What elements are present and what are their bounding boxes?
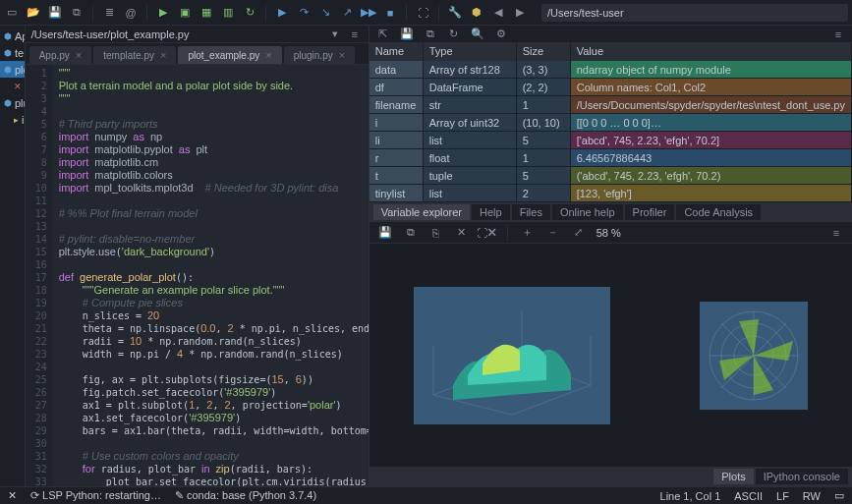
pane-tab[interactable]: Help [472, 204, 510, 220]
editor-menu-icon[interactable]: ≡ [347, 27, 363, 42]
tree-item[interactable]: ƒclosing_plugin [0, 278, 26, 295]
tree-item[interactable]: ƒset_current_client_… [0, 478, 26, 486]
filter-icon[interactable]: ⚙ [493, 27, 509, 42]
plot-canvas [369, 244, 852, 467]
tree-item[interactable]: ƒtoggle_view [0, 195, 26, 211]
list-icon[interactable]: ≣ [101, 5, 117, 21]
editor-tabs: App.py×template.py×plot_example.py×plugi… [26, 43, 369, 65]
debug-icon[interactable]: ▶ [274, 5, 290, 21]
maximize-icon[interactable]: ⛶ [415, 5, 430, 21]
copy-plot-icon[interactable]: ⎘ [428, 225, 444, 241]
variable-row[interactable]: t tuple 5 ('abcd', 745, 2.23, 'efgh', 70… [369, 167, 852, 185]
save-all-plots-icon[interactable]: ⧉ [403, 225, 419, 241]
tree-item[interactable]: ⬢App.py [0, 28, 25, 44]
tree-item[interactable]: ⬢plugin.py [0, 94, 25, 111]
tree-item[interactable]: ƒupdate_font [0, 161, 26, 178]
variable-row[interactable]: li list 5 ['abcd', 745, 2.23, 'efgh', 70… [369, 132, 852, 149]
close-plot-icon[interactable]: ✕ [454, 225, 470, 241]
open-folder-icon[interactable]: 📂 [26, 5, 41, 21]
variable-row[interactable]: filename str 1 /Users/Documents/spyder/s… [369, 96, 852, 114]
editor-tab[interactable]: App.py× [29, 46, 92, 64]
tree-item[interactable]: ƒget_plugin_icon [0, 245, 26, 261]
encoding[interactable]: ASCII [734, 490, 763, 502]
zoom-out-icon[interactable]: － [545, 225, 561, 241]
save-plot-icon[interactable]: 💾 [377, 225, 393, 241]
conda-env[interactable]: ✎ conda: base (Python 3.7.4) [175, 489, 316, 502]
at-icon[interactable]: @ [123, 5, 139, 21]
editor-breadcrumb: /Users/test-user/plot_example.py ▾ ≡ [26, 26, 369, 43]
variable-row[interactable]: data Array of str128 (3, 3) ndarray obje… [369, 61, 852, 79]
tree-item[interactable]: ƒrefresh_plugin [0, 295, 26, 311]
mem-icon: ▭ [834, 489, 844, 502]
var-options-icon[interactable]: ≡ [830, 27, 846, 42]
tree-item[interactable]: ⬢template.py [0, 44, 25, 61]
variable-row[interactable]: r float 1 6.46567886443 [369, 149, 852, 167]
tree-item[interactable]: ƒget_plugin_actions [0, 311, 26, 328]
step-over-icon[interactable]: ↷ [296, 5, 312, 21]
tree-item[interactable]: #----- SpyderPlugi… [0, 211, 26, 228]
forward-icon[interactable]: ▶ [512, 5, 528, 21]
tree-item[interactable]: ƒapply_plugin_settin… [0, 178, 26, 195]
refresh-icon[interactable]: ↻ [446, 27, 462, 42]
new-file-icon[interactable]: ▭ [4, 5, 20, 21]
variable-row[interactable]: tinylist list 2 [123, 'efgh'] [369, 185, 852, 202]
zoom-in-icon[interactable]: ＋ [520, 225, 536, 241]
code-editor[interactable]: 1234567891011121314151617181920212223242… [26, 65, 369, 486]
import-icon[interactable]: ⇱ [375, 27, 391, 42]
editor-tab[interactable]: plot_example.py× [178, 46, 281, 64]
pane-tab[interactable]: Code Analysis [676, 204, 761, 220]
tree-item[interactable]: ƒregister_plugin [0, 328, 26, 345]
browse-tabs-icon[interactable]: ▾ [327, 27, 343, 42]
pane-tab[interactable]: Online help [552, 204, 623, 220]
variable-table[interactable]: data Array of str128 (3, 3) ndarray obje… [369, 61, 852, 202]
tree-item[interactable]: ✕Plot final terrain model [0, 78, 25, 94]
bottom-tab[interactable]: IPython console [756, 469, 848, 484]
continue-icon[interactable]: ▶▶ [361, 5, 376, 21]
tree-item[interactable]: ƒget_current_client [0, 395, 26, 412]
plot-options-icon[interactable]: ≡ [828, 225, 844, 241]
tree-item[interactable]: ƒget_focus_widget [0, 261, 26, 278]
tree-item[interactable]: ƒget_clients [0, 362, 26, 378]
tree-item[interactable]: ƒget_plugin_title [0, 228, 26, 245]
zoom-fit-icon[interactable]: ⤢ [571, 225, 587, 241]
save-as-icon[interactable]: ⧉ [423, 27, 438, 42]
editor-tab[interactable]: plugin.py× [284, 46, 355, 64]
stop-debug-icon[interactable]: ■ [382, 5, 398, 21]
tree-item[interactable]: #----- SpyderPlugi… [0, 144, 26, 161]
tree-item[interactable]: ⬢plot_example.py [0, 61, 25, 78]
editor-tab[interactable]: template.py× [93, 46, 176, 64]
run-cell-advance-icon[interactable]: ▦ [199, 5, 214, 21]
pane-tab[interactable]: Profiler [625, 204, 675, 220]
tree-item[interactable]: ƒrun_script [0, 428, 26, 445]
wrench-icon[interactable]: 🔧 [447, 5, 463, 21]
search-var-icon[interactable]: 🔍 [470, 27, 485, 42]
right-panes: ⇱ 💾 ⧉ ↻ 🔍 ⚙ ≡ Name Type Size Value data … [369, 26, 852, 486]
run-selection-icon[interactable]: ▥ [220, 5, 236, 21]
tree-item[interactable]: #----- Public API (f… [0, 345, 26, 362]
tree-item[interactable]: ƒrun_cell [0, 445, 26, 462]
run-icon[interactable]: ▶ [155, 5, 171, 21]
tree-item[interactable]: ▸iPythonConsole [0, 111, 25, 128]
save-all-icon[interactable]: ⧉ [69, 5, 85, 21]
pane-tab[interactable]: Files [512, 204, 550, 220]
close-all-plots-icon[interactable]: ⛶✕ [480, 225, 495, 241]
bottom-tab[interactable]: Plots [713, 469, 753, 484]
python-path-icon[interactable]: ⬢ [469, 5, 484, 21]
variable-row[interactable]: df DataFrame (2, 2) Column names: Col1, … [369, 79, 852, 96]
eol[interactable]: LF [776, 490, 789, 502]
save-data-icon[interactable]: 💾 [399, 27, 415, 42]
save-icon[interactable]: 💾 [47, 5, 63, 21]
tree-item[interactable]: ƒget_focus_client [0, 378, 26, 395]
variable-row[interactable]: i Array of uint32 (10, 10) [[0 0 0 … 0 0… [369, 114, 852, 132]
rerun-icon[interactable]: ↻ [242, 5, 257, 21]
tree-item[interactable]: ƒget_current_shellwi… [0, 412, 26, 428]
working-dir-input[interactable]: /Users/test-user [541, 4, 848, 22]
step-out-icon[interactable]: ↗ [339, 5, 355, 21]
tree-item[interactable]: ƒdebug_cell [0, 462, 26, 478]
run-cell-icon[interactable]: ▣ [177, 5, 193, 21]
back-icon[interactable]: ◀ [490, 5, 506, 21]
step-in-icon[interactable]: ↘ [317, 5, 333, 21]
tree-item[interactable]: ✕__init__ [0, 128, 26, 144]
pane-tab[interactable]: Variable explorer [373, 204, 470, 220]
rw-mode: RW [803, 490, 821, 502]
